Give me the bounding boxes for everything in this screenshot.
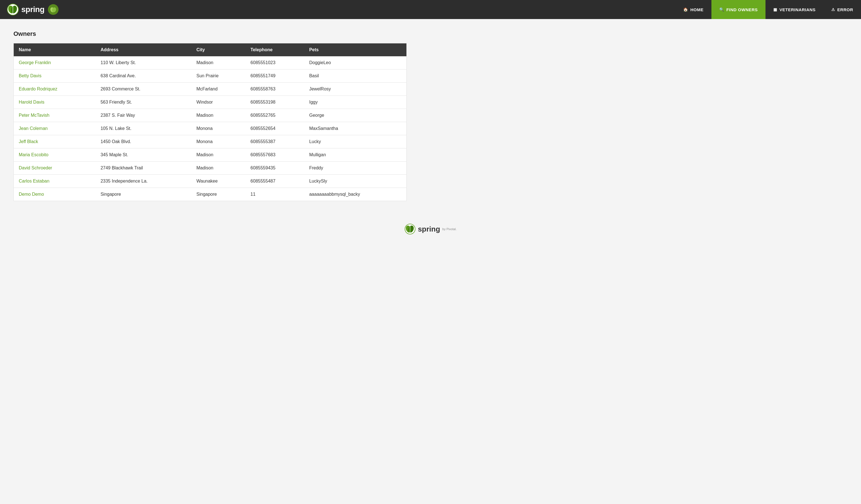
col-pets: Pets <box>304 43 407 57</box>
owner-city-cell: Madison <box>191 109 245 122</box>
owner-telephone-cell: 6085552654 <box>245 122 304 135</box>
owner-address-cell: 2749 Blackhawk Trail <box>96 162 191 175</box>
table-row: Demo DemoSingaporeSingapore11aaaaaaaabbm… <box>14 188 407 201</box>
owner-name-cell: Jean Coleman <box>14 122 96 135</box>
owner-name-cell: David Schroeder <box>14 162 96 175</box>
col-name: Name <box>14 43 96 57</box>
nav-item-error[interactable]: ⚠ ERROR <box>823 0 861 19</box>
owners-table: Name Address City Telephone Pets George … <box>13 43 407 201</box>
table-row: Maria Escobito345 Maple St.Madison608555… <box>14 149 407 162</box>
home-icon: 🏠 <box>683 7 688 12</box>
owner-pets-cell: Basil <box>304 69 407 83</box>
footer-sub-text: by Pivotal. <box>442 227 456 231</box>
brand-logo-link[interactable]: spring <box>0 0 65 19</box>
owner-pets-cell: LuckySly <box>304 175 407 188</box>
brand-name: spring <box>21 5 44 14</box>
badge-leaf-icon <box>50 6 56 13</box>
owner-address-cell: 105 N. Lake St. <box>96 122 191 135</box>
owner-city-cell: McFarland <box>191 83 245 96</box>
owner-name-link[interactable]: George Franklin <box>19 60 51 65</box>
owner-name-link[interactable]: Carlos Estaban <box>19 179 49 183</box>
owner-address-cell: 2387 S. Fair Way <box>96 109 191 122</box>
owner-city-cell: Madison <box>191 56 245 69</box>
owner-city-cell: Windsor <box>191 96 245 109</box>
owner-name-link[interactable]: Jeff Black <box>19 139 38 144</box>
owner-pets-cell: Lucky <box>304 135 407 149</box>
nav-label-veterinarians: VETERINARIANS <box>779 7 816 12</box>
table-row: Eduardo Rodriquez2693 Commerce St.McFarl… <box>14 83 407 96</box>
nav-item-find-owners[interactable]: 🔍 FIND OWNERS <box>711 0 766 19</box>
owner-name-cell: Betty Davis <box>14 69 96 83</box>
owner-telephone-cell: 6085558763 <box>245 83 304 96</box>
owner-name-link[interactable]: Peter McTavish <box>19 113 49 117</box>
nav-label-home: HOME <box>691 7 703 12</box>
table-row: Carlos Estaban2335 Independence La.Wauna… <box>14 175 407 188</box>
owner-address-cell: 638 Cardinal Ave. <box>96 69 191 83</box>
owner-city-cell: Singapore <box>191 188 245 201</box>
owner-name-link[interactable]: David Schroeder <box>19 166 52 170</box>
table-body: George Franklin110 W. Liberty St.Madison… <box>14 56 407 201</box>
brand-badge <box>48 4 58 15</box>
owner-name-cell: Maria Escobito <box>14 149 96 162</box>
owner-name-cell: George Franklin <box>14 56 96 69</box>
owner-city-cell: Monona <box>191 122 245 135</box>
table-row: Jean Coleman105 N. Lake St.Monona6085552… <box>14 122 407 135</box>
owner-pets-cell: Mulligan <box>304 149 407 162</box>
owner-telephone-cell: 6085551023 <box>245 56 304 69</box>
col-address: Address <box>96 43 191 57</box>
owner-name-link[interactable]: Maria Escobito <box>19 152 49 157</box>
owner-address-cell: 2335 Independence La. <box>96 175 191 188</box>
owner-name-cell: Eduardo Rodriquez <box>14 83 96 96</box>
table-header: Name Address City Telephone Pets <box>14 43 407 57</box>
owner-name-link[interactable]: Eduardo Rodriquez <box>19 86 57 91</box>
footer-logo: spring by Pivotal. <box>405 223 456 235</box>
owner-city-cell: Sun Prairie <box>191 69 245 83</box>
owner-address-cell: 110 W. Liberty St. <box>96 56 191 69</box>
owner-name-cell: Harold Davis <box>14 96 96 109</box>
owner-pets-cell: George <box>304 109 407 122</box>
owner-telephone-cell: 6085551749 <box>245 69 304 83</box>
col-city: City <box>191 43 245 57</box>
nav-label-find-owners: FIND OWNERS <box>726 7 758 12</box>
owner-name-cell: Jeff Black <box>14 135 96 149</box>
warning-icon: ⚠ <box>831 7 835 12</box>
page-title: Owners <box>13 30 407 38</box>
owner-pets-cell: aaaaaaaabbmysql_backy <box>304 188 407 201</box>
owner-telephone-cell: 6085559435 <box>245 162 304 175</box>
col-telephone: Telephone <box>245 43 304 57</box>
owner-name-link[interactable]: Jean Coleman <box>19 126 47 131</box>
owner-name-link[interactable]: Harold Davis <box>19 100 44 104</box>
owner-name-link[interactable]: Betty Davis <box>19 73 41 78</box>
main-content: Owners Name Address City Telephone Pets … <box>0 19 420 212</box>
spring-logo-icon <box>7 3 19 16</box>
owner-pets-cell: Iggy <box>304 96 407 109</box>
brand-logo: spring <box>7 3 58 16</box>
owner-name-cell: Peter McTavish <box>14 109 96 122</box>
owner-telephone-cell: 6085555487 <box>245 175 304 188</box>
owner-address-cell: 345 Maple St. <box>96 149 191 162</box>
owner-city-cell: Waunakee <box>191 175 245 188</box>
navbar: spring 🏠 HOME 🔍 FIND OWNERS ▦ VETERINARI… <box>0 0 861 19</box>
list-icon: ▦ <box>773 7 777 12</box>
footer: spring by Pivotal. <box>0 212 861 243</box>
owner-address-cell: 563 Friendly St. <box>96 96 191 109</box>
owner-pets-cell: JewelRosy <box>304 83 407 96</box>
owner-pets-cell: Freddy <box>304 162 407 175</box>
search-icon: 🔍 <box>719 7 724 12</box>
owner-name-link[interactable]: Demo Demo <box>19 192 44 197</box>
table-row: George Franklin110 W. Liberty St.Madison… <box>14 56 407 69</box>
nav-items: 🏠 HOME 🔍 FIND OWNERS ▦ VETERINARIANS ⚠ E… <box>675 0 861 19</box>
owner-address-cell: Singapore <box>96 188 191 201</box>
owner-city-cell: Monona <box>191 135 245 149</box>
table-row: Jeff Black1450 Oak Blvd.Monona6085555387… <box>14 135 407 149</box>
nav-item-home[interactable]: 🏠 HOME <box>675 0 711 19</box>
owner-address-cell: 1450 Oak Blvd. <box>96 135 191 149</box>
nav-item-veterinarians[interactable]: ▦ VETERINARIANS <box>765 0 823 19</box>
owner-address-cell: 2693 Commerce St. <box>96 83 191 96</box>
table-row: Peter McTavish2387 S. Fair WayMadison608… <box>14 109 407 122</box>
footer-brand-name: spring <box>418 225 440 234</box>
owner-telephone-cell: 6085557683 <box>245 149 304 162</box>
owner-name-cell: Carlos Estaban <box>14 175 96 188</box>
owner-city-cell: Madison <box>191 149 245 162</box>
table-row: David Schroeder2749 Blackhawk TrailMadis… <box>14 162 407 175</box>
